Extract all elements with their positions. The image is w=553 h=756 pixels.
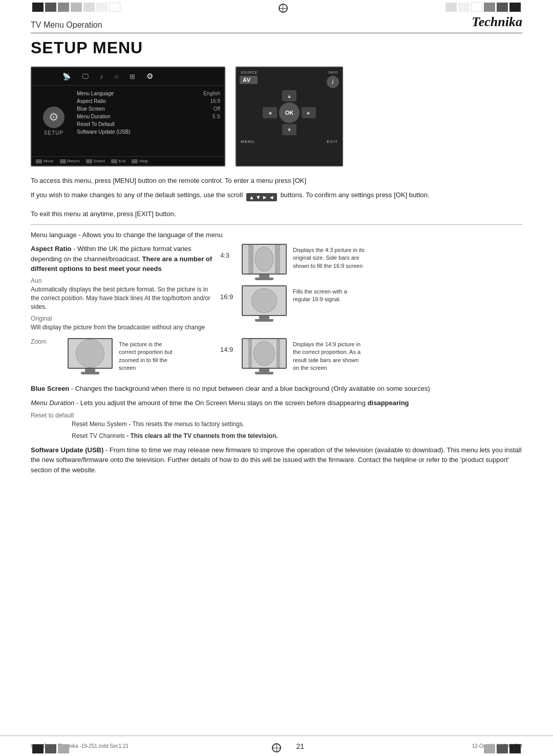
reset-menu-desc: - This resets the menus to factory setti… — [127, 421, 244, 428]
menu-item-label: Software Update (USB) — [77, 129, 131, 135]
tv-stand-base — [81, 372, 99, 374]
menu-item-label: Blue Screen — [77, 106, 104, 112]
screenshots-row: 📡 🖵 ♪ ○ ⊞ ⚙ ⚙ SETUP Menu Language — [31, 67, 522, 166]
tv-menu-item: Reset To Default — [77, 120, 220, 128]
crosshair-icon-bottom — [272, 743, 281, 752]
original-desc: Will display the picture from the broadc… — [31, 323, 215, 332]
section-title: TV Menu Operation — [31, 20, 102, 30]
nav-ok-button[interactable]: OK — [279, 102, 300, 123]
bar-block — [83, 3, 95, 12]
footer-move-label: Move — [44, 159, 54, 163]
zoom-label: Zoom — [31, 338, 61, 345]
move-icon — [36, 159, 42, 163]
info-button[interactable]: i — [327, 76, 339, 88]
scroll-arrows-icon: ▲ ▼ ► ◄ — [246, 193, 277, 201]
zoom-diagram-row: Zoom The picture is the correct proporti… — [31, 338, 215, 374]
tv-menu-item: Blue Screen Off — [77, 105, 220, 113]
nav-row-middle: ◄ OK ► — [263, 102, 316, 123]
menu-duration-label: Menu Duration — [31, 399, 74, 407]
circle-zoom — [76, 339, 104, 368]
bar-block — [458, 3, 470, 12]
nav-row-up: ▲ — [282, 90, 296, 101]
menu-duration-desc: - Lets you adjust the amount of time the… — [74, 399, 366, 407]
software-section: Software Update (USB) - From time to tim… — [31, 445, 522, 475]
bar-block — [471, 3, 482, 12]
footer-help: Help — [132, 159, 147, 163]
original-label: Original — [31, 315, 215, 322]
ratio-149-desc: Displays the 14:9 picture in the correct… — [293, 338, 365, 372]
bar-block — [484, 744, 495, 753]
bar-block — [509, 3, 521, 12]
nav-left-button[interactable]: ◄ — [263, 107, 277, 118]
diagram-row-43: 4:3 Displays the 4:3 picture in its orig… — [220, 244, 522, 280]
blue-screen-label: Blue Screen — [31, 385, 69, 392]
circle-149 — [253, 341, 275, 366]
av-button[interactable]: AV — [240, 76, 258, 84]
tv-diagram-169 — [242, 285, 287, 322]
menu-language-text: Menu language - Allows you to change the… — [31, 231, 222, 239]
tv-menu-item: Menu Language English — [77, 90, 220, 97]
auo-desc: Automatically displays the best picture … — [31, 285, 215, 312]
auo-label: Auo — [31, 277, 215, 284]
page-title: SETUP MENU — [31, 38, 522, 57]
ratio-169-label: 16:9 — [220, 285, 236, 301]
remote-bottom-labels: MENU EXIT — [240, 139, 339, 144]
gear-circle-icon: ⚙ — [43, 107, 65, 128]
bar-block — [71, 3, 82, 12]
reset-tv-desc: - This clears all the TV channels from t… — [125, 432, 278, 439]
menu-item-label: Aspect Ratio — [77, 98, 106, 104]
tv-stand-base — [255, 372, 273, 374]
circle-43 — [255, 247, 273, 271]
section-divider — [31, 224, 522, 225]
reset-tv-label: Reset TV Channels — [72, 432, 125, 439]
tv-diagram-zoom — [68, 338, 113, 374]
bar-block — [32, 744, 44, 753]
tv-setup-icon: ⚙ SETUP — [36, 90, 72, 152]
menu-item-label: Menu Duration — [77, 114, 111, 119]
reset-menu-text: Reset Menu System - This resets the menu… — [72, 420, 522, 429]
zoom-label-col: Zoom — [31, 338, 61, 346]
tv-icon-antenna: 📡 — [62, 73, 71, 80]
nav-right-button[interactable]: ► — [302, 107, 316, 118]
bar-block — [58, 744, 69, 753]
footer-select-label: Select — [94, 159, 105, 163]
return-btn-icon — [60, 159, 66, 163]
remote-nav-cluster: ▲ ◄ OK ► ▼ — [240, 90, 339, 135]
zoom-col: Zoom The picture is the correct proporti… — [31, 338, 215, 380]
bar-block — [45, 744, 56, 753]
footer-return: Return — [60, 159, 80, 163]
software-desc: - From time to time we may release new f… — [31, 446, 522, 474]
software-label: Software Update (USB) — [31, 446, 103, 454]
footer-exit: Exit — [111, 159, 125, 163]
tv-screen-169 — [242, 285, 287, 316]
bar-block — [497, 744, 508, 753]
body-paragraph-2: If you wish to make changes to any of th… — [31, 190, 522, 205]
select-btn-icon — [86, 159, 92, 163]
tv-icon-circle: ○ — [115, 73, 119, 80]
zoom-desc: The picture is the correct proportion bu… — [119, 338, 180, 372]
bar-block — [509, 744, 521, 753]
body-text-1: To access this menu, press [MENU] button… — [31, 177, 306, 184]
menu-item-value: 16:9 — [210, 98, 220, 104]
footer-exit-label: Exit — [119, 159, 125, 163]
help-btn-icon — [132, 159, 138, 163]
menu-button-label: MENU — [241, 139, 255, 144]
tv-screen-149 — [242, 338, 287, 369]
tv-icon-gear: ⚙ — [146, 72, 153, 81]
bar-block — [96, 3, 108, 12]
arrow-left-icon: ◄ — [269, 194, 274, 200]
aspect-ratio-text: Aspect Ratio - Within the UK the picture… — [31, 244, 215, 335]
exit-btn-icon — [111, 159, 117, 163]
tv-icon-music: ♪ — [100, 73, 103, 80]
menu-item-label: Menu Language — [77, 91, 114, 96]
reset-menu-label: Reset Menu System — [72, 421, 127, 428]
nav-down-button[interactable]: ▼ — [282, 124, 296, 135]
tv-menu-icon-bar: 📡 🖵 ♪ ○ ⊞ ⚙ — [32, 68, 224, 86]
nav-up-button[interactable]: ▲ — [282, 90, 296, 101]
tv-menu-body: ⚙ SETUP Menu Language English Aspect Rat… — [32, 86, 224, 156]
tv-menu-screenshot: 📡 🖵 ♪ ○ ⊞ ⚙ ⚙ SETUP Menu Language — [31, 67, 225, 166]
tv-icon-screen: 🖵 — [82, 73, 89, 80]
diagram-row-169: 16:9 Fills the screen with a regular 16:… — [220, 285, 522, 322]
reset-section: Reset to default Reset Menu System - Thi… — [31, 412, 522, 441]
tv-menu-item: Software Update (USB) — [77, 128, 220, 136]
